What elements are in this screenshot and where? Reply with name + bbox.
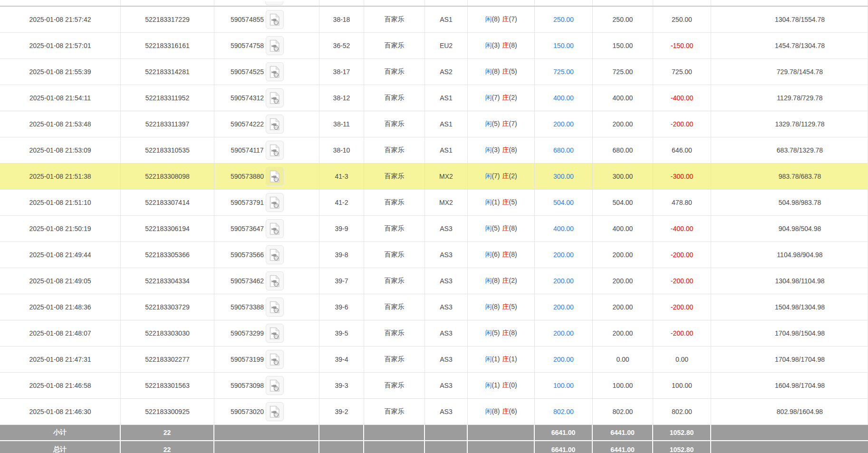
banker-result: 庄(0) [502,381,517,390]
game-number-group: 590573199 [231,350,284,369]
game-number: 590574117 [231,146,263,154]
game-number-cell: 590573388 [214,294,319,320]
game-number-cell: 590573098 [214,373,319,398]
player-result: 闲(1) [485,355,500,364]
video-icon[interactable] [266,167,284,186]
order-number: 522183303030 [121,320,214,346]
game-number-group: 590573880 [231,167,284,186]
order-number: 522183308098 [121,164,214,189]
round-number: 38-11 [319,111,364,137]
table-row[interactable]: 2025-01-08 21:55:39522183314281590574525… [0,59,868,85]
table-code: AS1 [425,7,468,32]
video-icon[interactable] [266,141,284,160]
game-number-group: 590574312 [231,88,284,107]
banker-label: 庄 [502,277,509,284]
game-type: 百家乐 [364,111,425,137]
video-icon[interactable] [266,350,284,369]
player-score: (3) [492,41,500,49]
game-number-cell: 590574855 [214,7,319,32]
banker-label: 庄 [502,198,509,206]
game-number: 590573880 [231,173,264,180]
bet-time: 2025-01-08 21:49:44 [0,242,121,268]
game-result: 闲(8)庄(5) [468,59,535,85]
player-label: 闲 [485,120,492,127]
player-result: 闲(5) [485,120,500,128]
video-icon[interactable] [266,115,284,134]
banker-result: 庄(2) [502,172,517,181]
total-win-loss: 1052.80 [653,441,711,453]
game-number: 590573098 [231,382,264,389]
game-result: 闲(5)庄(8) [468,320,535,346]
table-row[interactable]: 2025-01-08 21:46:58522183301563590573098… [0,373,868,399]
valid-amount: 200.00 [593,242,653,268]
player-label: 闲 [485,41,492,49]
video-icon[interactable] [266,324,284,343]
video-icon[interactable] [266,219,284,238]
table-row[interactable]: 2025-01-08 21:57:42522183317229590574855… [0,7,868,33]
video-icon[interactable] [266,10,284,29]
game-number-group: 590573791 [231,193,284,212]
table-row[interactable]: 2025-01-08 21:47:31522183302277590573199… [0,347,868,373]
table-row[interactable]: 2025-01-08 21:54:11522183311952590574312… [0,85,868,111]
player-score: (8) [492,277,500,284]
video-icon[interactable] [266,193,284,212]
player-score: (7) [492,172,500,180]
valid-amount: 200.00 [593,294,653,320]
bet-time: 2025-01-08 21:51:10 [0,190,121,215]
video-icon[interactable] [266,298,284,317]
round-number: 39-2 [319,399,364,424]
game-result: 闲(1)庄(0) [468,373,535,398]
table-row[interactable]: 2025-01-08 21:57:01522183316161590574758… [0,33,868,59]
player-label: 闲 [485,251,492,258]
banker-score: (2) [509,172,517,180]
game-number: 590574855 [231,16,264,23]
game-result: 闲(8)庄(5) [468,294,535,320]
game-result: 闲(7)庄(2) [468,164,535,189]
subtotal-valid-amount: 6441.00 [593,425,653,440]
game-number-cell: 590573020 [214,399,319,424]
table-code: AS3 [425,399,468,424]
round-number: 38-17 [319,59,364,85]
round-number: 39-3 [319,373,364,398]
table-row[interactable]: 2025-01-08 21:49:05522183304334590573462… [0,268,868,294]
game-number-cell: 590573462 [214,268,319,294]
game-number-group: 590573462 [231,271,284,290]
player-score: (8) [492,303,500,310]
bet-amount: 200.00 [535,347,593,372]
game-number-cell: 590573299 [214,320,319,346]
game-number: 590573020 [231,408,264,415]
total-row: 总计 22 6641.00 6441.00 1052.80 [0,441,868,453]
video-icon[interactable] [266,62,284,81]
table-row[interactable]: 2025-01-08 21:51:10522183307414590573791… [0,190,868,216]
table-row[interactable]: 2025-01-08 21:50:19522183306194590573647… [0,216,868,242]
table-row[interactable]: 2025-01-08 21:48:07522183303030590573299… [0,320,868,347]
video-icon[interactable] [266,245,284,264]
video-icon[interactable] [266,376,284,395]
player-score: (8) [492,67,500,75]
table-row[interactable]: 2025-01-08 21:48:36522183303729590573388… [0,294,868,320]
player-label: 闲 [485,198,492,206]
game-type: 百家乐 [364,320,425,346]
banker-result: 庄(8) [502,251,517,259]
player-label: 闲 [485,303,492,310]
table-row[interactable]: 2025-01-08 21:53:09522183310535590574117… [0,137,868,164]
win-loss: 100.00 [653,373,711,398]
round-number: 41-2 [319,190,364,215]
video-icon[interactable] [266,402,284,421]
bet-time: 2025-01-08 21:57:42 [0,7,121,32]
table-row[interactable]: 2025-01-08 21:53:48522183311397590574222… [0,111,868,137]
video-icon[interactable] [266,271,284,290]
bet-time: 2025-01-08 21:53:09 [0,137,121,163]
table-code: AS1 [425,85,468,111]
table-row[interactable]: 2025-01-08 21:49:44522183305366590573566… [0,242,868,268]
bet-amount: 200.00 [535,111,593,137]
player-result: 闲(5) [485,329,500,337]
game-type: 百家乐 [364,7,425,32]
order-number: 522183304334 [121,268,214,294]
table-row[interactable]: 2025-01-08 21:46:30522183300925590573020… [0,399,868,425]
game-number: 590573299 [231,329,264,337]
table-row-highlighted[interactable]: 2025-01-08 21:51:38522183308098590573880… [0,164,868,190]
player-result: 闲(1) [485,381,500,390]
video-icon[interactable] [266,88,284,107]
video-icon[interactable] [266,36,284,55]
